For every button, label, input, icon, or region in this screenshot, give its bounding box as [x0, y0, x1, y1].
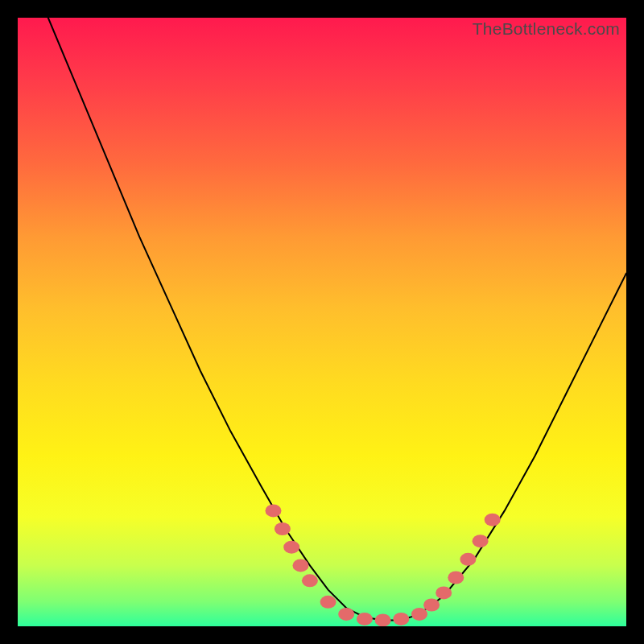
bottleneck-curve	[48, 18, 626, 620]
curve-marker	[320, 596, 336, 609]
curve-marker	[473, 535, 489, 547]
curve-marker	[302, 574, 318, 587]
chart-frame: TheBottleneck.com	[0, 0, 644, 644]
curve-marker	[485, 514, 501, 526]
curve-marker	[266, 504, 282, 517]
curve-marker	[460, 553, 476, 566]
curve-marker	[338, 608, 354, 621]
plot-area: TheBottleneck.com	[18, 18, 626, 626]
curve-marker	[436, 586, 452, 599]
curve-marker	[393, 613, 409, 625]
curve-marker	[411, 608, 427, 621]
chart-svg	[18, 18, 626, 626]
curve-marker	[283, 541, 299, 554]
curve-marker	[357, 613, 373, 625]
curve-marker	[375, 613, 391, 626]
curve-marker	[423, 599, 440, 612]
curve-marker	[293, 559, 309, 572]
curve-markers	[266, 504, 501, 626]
curve-marker	[448, 572, 464, 584]
curve-marker	[275, 522, 291, 535]
